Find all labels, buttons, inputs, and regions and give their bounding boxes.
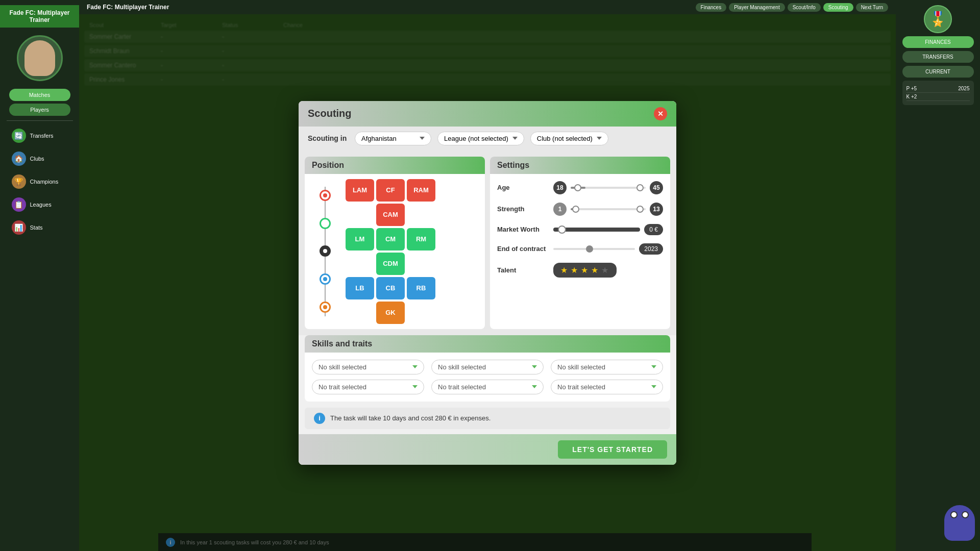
sidebar-item-leagues[interactable]: 📋 Leagues <box>7 194 73 215</box>
market-val: 0 € <box>644 224 663 235</box>
clubs-icon: 🏠 <box>12 152 26 166</box>
modal-footer: LET'S GET STARTED <box>299 434 676 465</box>
contract-thumb[interactable] <box>586 245 593 253</box>
trait-1-chevron-icon <box>412 385 418 388</box>
skills-content: No skill selected No skill selected No s… <box>305 353 670 402</box>
sidebar-item-champions[interactable]: 🏆 Champions <box>7 171 73 192</box>
right-current-btn[interactable]: CURRENT <box>902 66 974 78</box>
trait-3-value: No trait selected <box>557 383 605 391</box>
league-dropdown[interactable]: League (not selected) <box>437 132 524 145</box>
topbar-scouting[interactable]: Scouting <box>823 3 853 12</box>
pos-cm[interactable]: CM <box>376 228 405 251</box>
skill-dropdown-2[interactable]: No skill selected <box>431 360 544 374</box>
contract-slider[interactable] <box>553 248 635 250</box>
pos-circle-all[interactable] <box>320 245 331 257</box>
age-setting-row: Age 18 45 <box>497 181 663 194</box>
age-thumb-right[interactable] <box>636 184 644 191</box>
star-4: ★ <box>591 265 599 275</box>
club-value: Club (not selected) <box>537 135 593 142</box>
pos-circle-midfield[interactable] <box>320 218 331 229</box>
pos-gk[interactable]: GK <box>376 302 405 324</box>
traits-row: No trait selected No trait selected No t… <box>312 380 663 394</box>
star-2: ★ <box>571 265 579 275</box>
trait-dropdown-3[interactable]: No trait selected <box>551 380 663 394</box>
trait-1-value: No trait selected <box>318 383 366 391</box>
strength-thumb-right[interactable] <box>636 206 644 213</box>
topbar-scout-info[interactable]: Scout/Info <box>788 3 821 12</box>
pos-circle-defense[interactable] <box>320 273 331 285</box>
pos-circle-gk[interactable] <box>320 302 331 313</box>
pos-cam[interactable]: CAM <box>376 204 405 226</box>
club-dropdown[interactable]: Club (not selected) <box>530 132 608 145</box>
skill-2-chevron-icon <box>532 365 537 368</box>
right-transfers-btn[interactable]: TRANSFERS <box>902 51 974 63</box>
skills-section: Skills and traits No skill selected No s… <box>305 335 670 402</box>
sidebar-item-matches[interactable]: Matches <box>9 89 70 101</box>
close-button[interactable]: ✕ <box>654 107 667 120</box>
age-label: Age <box>497 184 548 191</box>
skill-dropdown-3[interactable]: No skill selected <box>551 360 663 374</box>
topbar-player-mgmt[interactable]: Player Management <box>729 3 785 12</box>
country-dropdown[interactable]: Afghanistan <box>355 132 431 145</box>
country-value: Afghanistan <box>361 135 397 142</box>
star-1: ★ <box>560 265 569 275</box>
trait-dropdown-1[interactable]: No trait selected <box>312 380 424 394</box>
pos-cdm[interactable]: CDM <box>376 253 405 275</box>
pos-rb[interactable]: RB <box>407 277 435 299</box>
pos-ram[interactable]: RAM <box>407 179 435 202</box>
sidebar-item-players[interactable]: Players <box>9 104 70 116</box>
strength-max-badge: 13 <box>650 203 663 216</box>
talent-label: Talent <box>497 266 548 274</box>
skill-1-chevron-icon <box>412 365 418 368</box>
country-chevron-icon <box>420 137 425 140</box>
owl-mascot <box>944 505 975 541</box>
left-sidebar: Fade FC: Multiplayer Trainer Matches Pla… <box>0 0 79 551</box>
pos-cb[interactable]: CB <box>376 277 405 299</box>
trait-dropdown-2[interactable]: No trait selected <box>431 380 544 394</box>
pos-rm[interactable]: RM <box>407 228 435 251</box>
strength-min-badge: 1 <box>553 203 567 216</box>
pos-circle-attack[interactable] <box>320 190 331 201</box>
strength-thumb-left[interactable] <box>572 206 579 213</box>
sidebar-item-transfers[interactable]: 🔄 Transfers <box>7 126 73 146</box>
right-sidebar: 🎖️ FINANCES TRANSFERS CURRENT P +5 2025 … <box>896 0 980 551</box>
modal-title: Scouting <box>308 108 352 119</box>
market-slider[interactable] <box>553 228 640 232</box>
topbar-next-turn[interactable]: Next Turn <box>856 3 888 12</box>
pos-lam[interactable]: LAM <box>346 179 374 202</box>
topbar-finances[interactable]: Finances <box>696 3 727 12</box>
pos-cf[interactable]: CF <box>376 179 405 202</box>
market-thumb[interactable] <box>558 226 566 234</box>
contract-row: End of contract 2023 <box>497 243 663 255</box>
position-content: LAM CF RAM CAM LM CM RM <box>305 174 485 329</box>
right-avatar: 🎖️ <box>924 5 952 33</box>
skill-2-value: No skill selected <box>438 363 486 371</box>
modal-header: Scouting ✕ <box>299 101 676 127</box>
sidebar-item-clubs[interactable]: 🏠 Clubs <box>7 148 73 169</box>
skill-3-value: No skill selected <box>557 363 605 371</box>
pos-empty-1 <box>346 204 374 226</box>
strength-range-track <box>571 208 646 210</box>
champions-icon: 🏆 <box>12 174 26 189</box>
info-text: The task will take 10 days and cost 280 … <box>330 414 491 422</box>
age-thumb-left[interactable] <box>574 184 581 191</box>
skill-3-chevron-icon <box>651 365 656 368</box>
topbar: Fade FC: Multiplayer Trainer Finances Pl… <box>79 0 896 14</box>
trait-2-value: No trait selected <box>438 383 486 391</box>
pos-lm[interactable]: LM <box>346 228 374 251</box>
settings-header: Settings <box>490 157 670 174</box>
main-area: Scout Target Status Chance Sommer Carter… <box>79 14 896 551</box>
sidebar-item-stats[interactable]: 📊 Stats <box>7 217 73 238</box>
age-min-badge: 18 <box>553 181 567 194</box>
skill-1-value: No skill selected <box>318 363 366 371</box>
strength-controls: 1 13 <box>553 203 663 216</box>
pos-lb[interactable]: LB <box>346 277 374 299</box>
start-button[interactable]: LET'S GET STARTED <box>558 440 667 459</box>
talent-controls: ★ ★ ★ ★ ★ <box>553 263 663 278</box>
right-finance-btn[interactable]: FINANCES <box>902 36 974 48</box>
talent-stars[interactable]: ★ ★ ★ ★ ★ <box>553 263 617 278</box>
skill-dropdown-1[interactable]: No skill selected <box>312 360 424 374</box>
pos-empty-6 <box>407 302 435 324</box>
contract-val: 2023 <box>639 243 663 255</box>
strength-setting-row: Strength 1 13 <box>497 203 663 216</box>
